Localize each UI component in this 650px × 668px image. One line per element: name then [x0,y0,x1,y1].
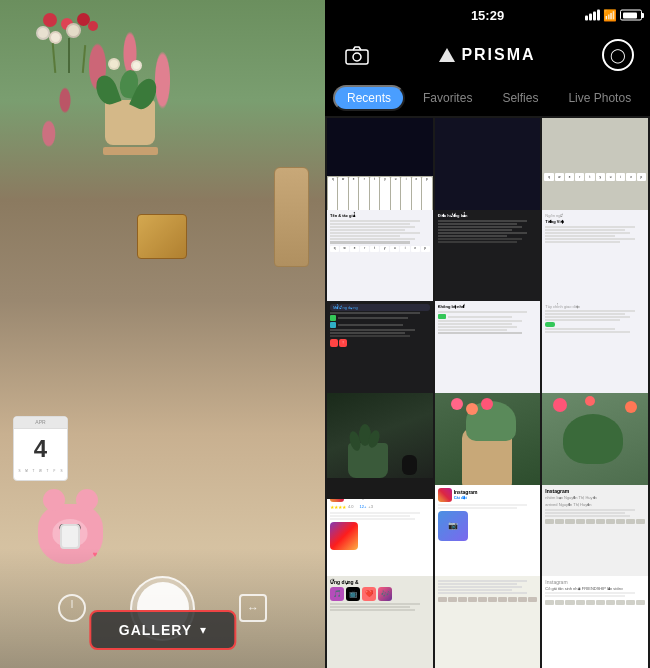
battery-icon [620,10,642,21]
flower-decoration [33,13,113,73]
photo-cell-selected[interactable] [327,393,433,499]
gallery-button[interactable]: GALLERY ▾ [89,610,236,650]
photo-cell[interactable] [435,576,541,668]
wifi-icon: 📶 [603,9,617,22]
photo-cell[interactable]: Mở ứng dụng ! [327,301,433,407]
photo-cell[interactable]: Instagram Cô gái tân sinh nhật FRIENDSHI… [542,576,648,668]
photo-cell[interactable]: Tùy chỉnh giao diện [542,301,648,407]
product-bottle [274,167,309,267]
status-icons: 📶 [585,9,642,22]
photo-cell[interactable]: Instagram Tính năng Mới ★★★★ 4.0 12+ +3 [327,485,433,591]
music-box [137,214,187,259]
gallery-label: GALLERY [119,622,192,638]
camera-panel: APR 4 S M T W T F S [0,0,325,668]
photo-cell[interactable]: Ứng dụng & 🎵 📺 ❤️ 🎶 [327,576,433,668]
tab-recents[interactable]: Recents [333,85,405,111]
camera-icon [345,45,369,65]
timer-button[interactable] [54,590,90,626]
flower-pot [98,100,163,170]
camera-controls [0,548,325,668]
svg-point-1 [353,53,361,61]
tab-live-photos[interactable]: Live Photos [556,85,643,111]
photo-cell[interactable]: Điều hướng bản [435,210,541,316]
profile-icon: ◯ [610,47,626,63]
svg-rect-0 [346,50,368,64]
signal-icon [585,10,600,21]
prisma-panel: 15:29 📶 [325,0,650,668]
chevron-down-icon: ▾ [200,623,206,637]
calendar: APR 4 S M T W T F S [13,416,68,481]
photo-cell[interactable]: Không bộ nhớ [435,301,541,407]
profile-button[interactable]: ◯ [602,39,634,71]
flip-camera-button[interactable] [235,590,271,626]
prisma-triangle-icon [439,48,455,62]
tab-favorites[interactable]: Favorites [411,85,484,111]
photo-grid: q w e r t y u i o p q w e r [325,116,650,668]
status-bar: 15:29 📶 [325,0,650,30]
header-camera-button[interactable] [341,39,373,71]
tab-selfies[interactable]: Selfies [490,85,550,111]
photo-cell[interactable] [435,118,541,224]
prisma-app-name: PRISMA [461,46,535,64]
photo-cell[interactable]: q w e r t y u i o p [542,118,648,224]
photo-cell[interactable]: Instagram nhóm bạn Nguyễn Thị Huyền arri… [542,485,648,591]
photo-cell[interactable]: q w e r t y u i o p [327,118,433,224]
photo-cell[interactable]: Ngôn ngữ Tiếng Việt [542,210,648,316]
photo-cell[interactable]: Tên & tác giả q w e r t y u i [327,210,433,316]
photo-cell[interactable]: Instagram Cài đặt 📷 [435,485,541,591]
photo-cell[interactable] [435,393,541,499]
prisma-logo: PRISMA [439,46,535,64]
tabs-bar: Recents Favorites Selfies Live Photos [325,80,650,116]
app-header: PRISMA ◯ [325,30,650,80]
photo-cell[interactable] [542,393,648,499]
status-time: 15:29 [471,8,504,23]
